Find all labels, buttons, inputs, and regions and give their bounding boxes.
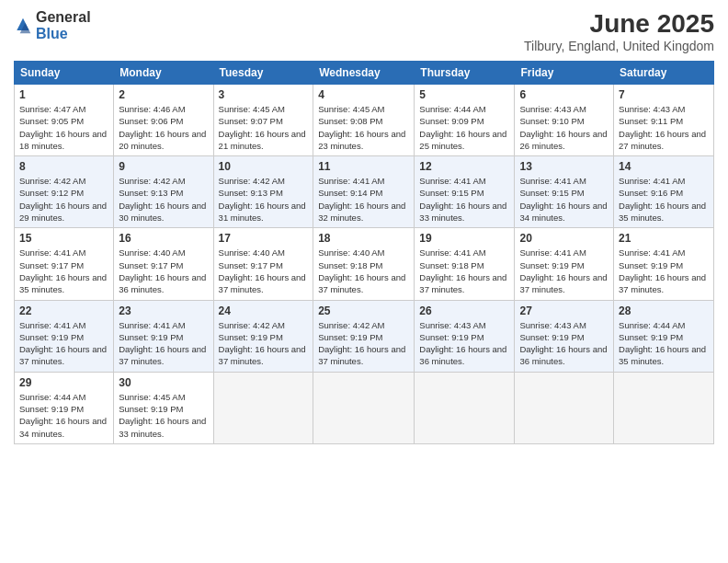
day-info: Sunrise: 4:40 AM Sunset: 9:17 PM Dayligh…	[119, 247, 208, 295]
day-number: 1	[19, 88, 108, 101]
day-info: Sunrise: 4:43 AM Sunset: 9:11 PM Dayligh…	[619, 103, 709, 152]
day-number: 2	[119, 88, 208, 101]
day-number: 24	[219, 304, 309, 317]
table-row: 23Sunrise: 4:41 AM Sunset: 9:19 PM Dayli…	[114, 300, 213, 372]
table-row	[515, 372, 614, 443]
calendar-week-row: 8Sunrise: 4:42 AM Sunset: 9:12 PM Daylig…	[15, 156, 714, 228]
table-row: 18Sunrise: 4:40 AM Sunset: 9:18 PM Dayli…	[313, 228, 415, 300]
table-row: 30Sunrise: 4:45 AM Sunset: 9:19 PM Dayli…	[114, 372, 213, 443]
logo-icon	[14, 17, 32, 35]
day-number: 17	[219, 232, 309, 245]
table-row: 20Sunrise: 4:41 AM Sunset: 9:19 PM Dayli…	[515, 228, 614, 300]
day-number: 15	[19, 232, 108, 245]
table-row: 17Sunrise: 4:40 AM Sunset: 9:17 PM Dayli…	[213, 228, 313, 300]
calendar-week-row: 22Sunrise: 4:41 AM Sunset: 9:19 PM Dayli…	[15, 300, 714, 372]
calendar: Sunday Monday Tuesday Wednesday Thursday…	[14, 61, 714, 444]
table-row: 5Sunrise: 4:44 AM Sunset: 9:09 PM Daylig…	[415, 85, 515, 156]
logo-text: General Blue	[36, 9, 91, 42]
table-row: 12Sunrise: 4:41 AM Sunset: 9:15 PM Dayli…	[415, 156, 515, 228]
day-number: 4	[318, 88, 409, 101]
day-number: 20	[519, 232, 609, 245]
page: General Blue June 2025 Tilbury, England,…	[0, 0, 728, 563]
col-thursday: Thursday	[415, 62, 515, 85]
table-row: 22Sunrise: 4:41 AM Sunset: 9:19 PM Dayli…	[15, 300, 114, 372]
day-number: 25	[318, 304, 409, 317]
table-row: 1Sunrise: 4:47 AM Sunset: 9:05 PM Daylig…	[15, 85, 114, 156]
day-number: 19	[419, 232, 509, 245]
day-number: 12	[419, 160, 509, 173]
day-number: 27	[519, 304, 609, 317]
title-block: June 2025 Tilbury, England, United Kingd…	[524, 9, 714, 53]
day-number: 29	[19, 376, 108, 389]
day-info: Sunrise: 4:44 AM Sunset: 9:19 PM Dayligh…	[619, 319, 709, 368]
calendar-week-row: 29Sunrise: 4:44 AM Sunset: 9:19 PM Dayli…	[15, 372, 714, 443]
day-number: 26	[419, 304, 509, 317]
table-row: 13Sunrise: 4:41 AM Sunset: 9:15 PM Dayli…	[515, 156, 614, 228]
day-info: Sunrise: 4:47 AM Sunset: 9:05 PM Dayligh…	[19, 103, 108, 152]
day-number: 11	[318, 160, 409, 173]
day-number: 16	[119, 232, 208, 245]
col-monday: Monday	[114, 62, 213, 85]
table-row: 14Sunrise: 4:41 AM Sunset: 9:16 PM Dayli…	[614, 156, 714, 228]
logo-general: General	[36, 9, 91, 25]
calendar-header-row: Sunday Monday Tuesday Wednesday Thursday…	[15, 62, 714, 85]
day-info: Sunrise: 4:42 AM Sunset: 9:13 PM Dayligh…	[219, 175, 309, 224]
day-number: 6	[519, 88, 609, 101]
table-row: 4Sunrise: 4:45 AM Sunset: 9:08 PM Daylig…	[313, 85, 415, 156]
day-info: Sunrise: 4:46 AM Sunset: 9:06 PM Dayligh…	[119, 103, 208, 152]
location: Tilbury, England, United Kingdom	[524, 39, 714, 53]
day-number: 10	[219, 160, 309, 173]
day-info: Sunrise: 4:41 AM Sunset: 9:18 PM Dayligh…	[419, 247, 509, 295]
col-friday: Friday	[515, 62, 614, 85]
calendar-week-row: 15Sunrise: 4:41 AM Sunset: 9:17 PM Dayli…	[15, 228, 714, 300]
table-row	[213, 372, 313, 443]
table-row: 10Sunrise: 4:42 AM Sunset: 9:13 PM Dayli…	[213, 156, 313, 228]
table-row: 25Sunrise: 4:42 AM Sunset: 9:19 PM Dayli…	[313, 300, 415, 372]
table-row: 29Sunrise: 4:44 AM Sunset: 9:19 PM Dayli…	[15, 372, 114, 443]
day-info: Sunrise: 4:41 AM Sunset: 9:15 PM Dayligh…	[419, 175, 509, 224]
col-sunday: Sunday	[15, 62, 114, 85]
day-info: Sunrise: 4:43 AM Sunset: 9:19 PM Dayligh…	[519, 319, 609, 368]
day-info: Sunrise: 4:42 AM Sunset: 9:12 PM Dayligh…	[19, 175, 108, 224]
day-info: Sunrise: 4:41 AM Sunset: 9:16 PM Dayligh…	[619, 175, 709, 224]
logo: General Blue	[14, 9, 91, 42]
day-info: Sunrise: 4:43 AM Sunset: 9:19 PM Dayligh…	[419, 319, 509, 368]
month-year: June 2025	[524, 9, 714, 39]
day-info: Sunrise: 4:41 AM Sunset: 9:14 PM Dayligh…	[318, 175, 409, 224]
table-row	[415, 372, 515, 443]
day-info: Sunrise: 4:41 AM Sunset: 9:19 PM Dayligh…	[119, 319, 208, 368]
day-number: 23	[119, 304, 208, 317]
day-info: Sunrise: 4:45 AM Sunset: 9:07 PM Dayligh…	[219, 103, 309, 152]
table-row: 28Sunrise: 4:44 AM Sunset: 9:19 PM Dayli…	[614, 300, 714, 372]
table-row: 26Sunrise: 4:43 AM Sunset: 9:19 PM Dayli…	[415, 300, 515, 372]
table-row: 27Sunrise: 4:43 AM Sunset: 9:19 PM Dayli…	[515, 300, 614, 372]
day-info: Sunrise: 4:40 AM Sunset: 9:17 PM Dayligh…	[219, 247, 309, 295]
day-info: Sunrise: 4:40 AM Sunset: 9:18 PM Dayligh…	[318, 247, 409, 295]
day-number: 3	[219, 88, 309, 101]
table-row: 24Sunrise: 4:42 AM Sunset: 9:19 PM Dayli…	[213, 300, 313, 372]
day-number: 28	[619, 304, 709, 317]
day-info: Sunrise: 4:41 AM Sunset: 9:19 PM Dayligh…	[19, 319, 108, 368]
day-number: 21	[619, 232, 709, 245]
col-tuesday: Tuesday	[213, 62, 313, 85]
table-row	[313, 372, 415, 443]
day-number: 7	[619, 88, 709, 101]
day-info: Sunrise: 4:45 AM Sunset: 9:08 PM Dayligh…	[318, 103, 409, 152]
day-number: 18	[318, 232, 409, 245]
table-row: 9Sunrise: 4:42 AM Sunset: 9:13 PM Daylig…	[114, 156, 213, 228]
table-row: 21Sunrise: 4:41 AM Sunset: 9:19 PM Dayli…	[614, 228, 714, 300]
col-wednesday: Wednesday	[313, 62, 415, 85]
table-row: 11Sunrise: 4:41 AM Sunset: 9:14 PM Dayli…	[313, 156, 415, 228]
table-row: 7Sunrise: 4:43 AM Sunset: 9:11 PM Daylig…	[614, 85, 714, 156]
day-info: Sunrise: 4:41 AM Sunset: 9:15 PM Dayligh…	[519, 175, 609, 224]
day-info: Sunrise: 4:41 AM Sunset: 9:19 PM Dayligh…	[519, 247, 609, 295]
table-row: 16Sunrise: 4:40 AM Sunset: 9:17 PM Dayli…	[114, 228, 213, 300]
col-saturday: Saturday	[614, 62, 714, 85]
table-row: 19Sunrise: 4:41 AM Sunset: 9:18 PM Dayli…	[415, 228, 515, 300]
day-info: Sunrise: 4:41 AM Sunset: 9:17 PM Dayligh…	[19, 247, 108, 295]
day-info: Sunrise: 4:42 AM Sunset: 9:13 PM Dayligh…	[119, 175, 208, 224]
day-number: 22	[19, 304, 108, 317]
day-number: 5	[419, 88, 509, 101]
day-number: 8	[19, 160, 108, 173]
logo-blue: Blue	[36, 26, 68, 41]
